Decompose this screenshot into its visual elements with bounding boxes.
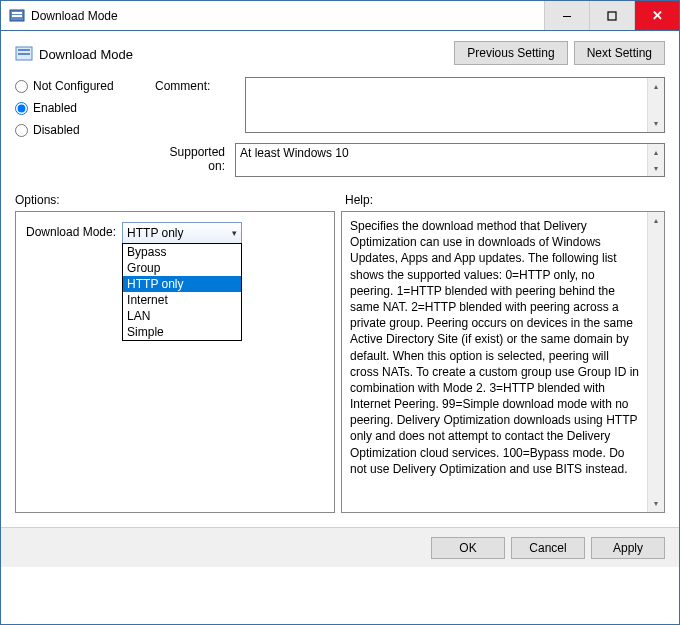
svg-rect-1 (12, 12, 22, 14)
supported-on-label: Supported on: (155, 143, 235, 177)
scroll-down-icon[interactable]: ▾ (648, 160, 664, 176)
comment-scrollbar[interactable]: ▴ ▾ (647, 78, 664, 132)
scroll-down-icon[interactable]: ▾ (648, 115, 664, 132)
combo-option-simple[interactable]: Simple (123, 324, 241, 340)
radio-not-configured-label: Not Configured (33, 79, 114, 93)
comment-label: Comment: (155, 77, 235, 133)
page-title: Download Mode (39, 47, 133, 62)
combo-option-group[interactable]: Group (123, 260, 241, 276)
apply-button[interactable]: Apply (591, 537, 665, 559)
maximize-button[interactable] (589, 1, 634, 30)
close-button[interactable]: ✕ (634, 1, 679, 30)
download-mode-value: HTTP only (127, 226, 183, 240)
svg-rect-6 (18, 49, 30, 51)
combo-option-bypass[interactable]: Bypass (123, 244, 241, 260)
combo-option-http-only[interactable]: HTTP only (123, 276, 241, 292)
radio-disabled-label: Disabled (33, 123, 80, 137)
chevron-down-icon: ▾ (232, 228, 237, 238)
scroll-up-icon[interactable]: ▴ (648, 212, 664, 229)
app-icon (9, 8, 25, 24)
supported-on-box: At least Windows 10 ▴ ▾ (235, 143, 665, 177)
window-title: Download Mode (31, 9, 544, 23)
download-mode-dropdown-list: Bypass Group HTTP only Internet LAN Simp… (122, 243, 242, 341)
svg-rect-3 (563, 16, 571, 17)
ok-button[interactable]: OK (431, 537, 505, 559)
cancel-button[interactable]: Cancel (511, 537, 585, 559)
radio-enabled-input[interactable] (15, 102, 28, 115)
help-scrollbar[interactable]: ▴ ▾ (647, 212, 664, 512)
help-label: Help: (345, 193, 373, 207)
scroll-up-icon[interactable]: ▴ (648, 78, 664, 95)
radio-enabled-label: Enabled (33, 101, 77, 115)
previous-setting-button[interactable]: Previous Setting (454, 41, 567, 65)
help-text: Specifies the download method that Deliv… (342, 212, 647, 512)
radio-disabled-input[interactable] (15, 124, 28, 137)
help-panel: Specifies the download method that Deliv… (341, 211, 665, 513)
radio-not-configured-input[interactable] (15, 80, 28, 93)
combo-option-lan[interactable]: LAN (123, 308, 241, 324)
supported-on-text: At least Windows 10 (236, 144, 647, 176)
scroll-down-icon[interactable]: ▾ (648, 495, 664, 512)
radio-not-configured[interactable]: Not Configured (15, 79, 155, 93)
options-label: Options: (15, 193, 345, 207)
download-mode-label: Download Mode: (26, 222, 116, 239)
comment-textarea[interactable]: ▴ ▾ (245, 77, 665, 133)
svg-rect-4 (608, 12, 616, 20)
options-panel: Download Mode: HTTP only ▾ Bypass Group … (15, 211, 335, 513)
supported-scrollbar[interactable]: ▴ ▾ (647, 144, 664, 176)
next-setting-button[interactable]: Next Setting (574, 41, 665, 65)
svg-rect-2 (12, 15, 22, 17)
download-mode-combobox[interactable]: HTTP only ▾ Bypass Group HTTP only Inter… (122, 222, 242, 244)
minimize-button[interactable] (544, 1, 589, 30)
page-icon (15, 45, 33, 63)
window-controls: ✕ (544, 1, 679, 30)
combo-option-internet[interactable]: Internet (123, 292, 241, 308)
scroll-up-icon[interactable]: ▴ (648, 144, 664, 160)
svg-rect-7 (18, 53, 30, 55)
comment-text (246, 78, 647, 132)
radio-disabled[interactable]: Disabled (15, 123, 155, 137)
titlebar: Download Mode ✕ (1, 1, 679, 31)
radio-enabled[interactable]: Enabled (15, 101, 155, 115)
dialog-footer: OK Cancel Apply (1, 527, 679, 567)
